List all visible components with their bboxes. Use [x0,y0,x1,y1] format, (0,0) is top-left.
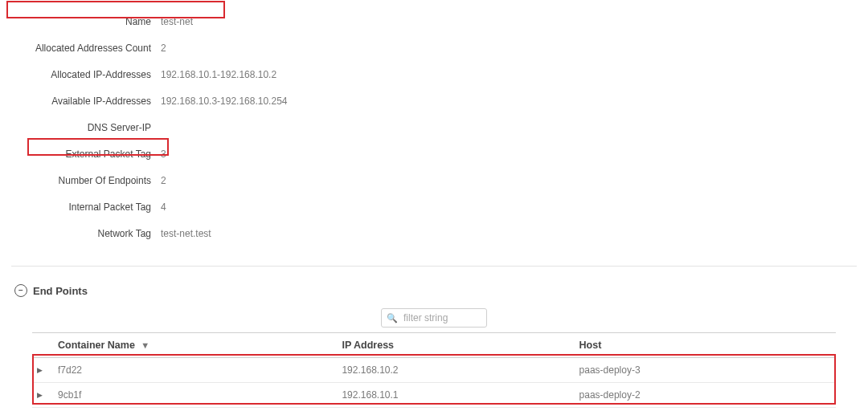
detail-row-external-packet-tag: External Packet Tag 3 [11,140,857,167]
detail-label: Available IP-Addresses [11,96,161,107]
filter-input[interactable] [402,311,476,324]
detail-value: test-net.test [161,228,211,239]
detail-row-dns-server-ip: DNS Server-IP [11,114,857,140]
collapse-icon[interactable]: − [14,284,27,297]
detail-row-name: Name test-net [11,8,857,35]
detail-label: Internal Packet Tag [11,201,161,213]
detail-label: Allocated IP-Addresses [11,69,161,80]
search-icon: 🔍 [387,313,398,324]
detail-row-allocated-count: Allocated Addresses Count 2 [11,35,857,61]
detail-value: test-net [161,16,193,27]
cell-ip-address: 192.168.10.2 [330,358,567,383]
detail-value: 3 [161,149,166,160]
table-row[interactable]: ▶ f7d22 192.168.10.2 paas-deploy-3 [32,358,836,383]
detail-value: 192.168.10.1-192.168.10.2 [161,69,276,80]
row-expand-icon[interactable]: ▶ [32,358,47,383]
detail-value: 192.168.10.3-192.168.10.254 [161,96,287,107]
section-header-endpoints[interactable]: − End Points [14,284,868,297]
cell-host: paas-deploy-3 [568,358,836,383]
table-header-row: Container Name ▼ IP Address Host [32,333,836,358]
filter-box[interactable]: 🔍 [381,308,487,328]
col-header-host[interactable]: Host [568,333,836,358]
divider [11,266,857,267]
table-row[interactable]: ▶ 9cb1f 192.168.10.1 paas-deploy-2 [32,383,836,408]
sort-descending-icon[interactable]: ▼ [141,340,149,350]
col-header-label: Container Name [58,340,135,351]
endpoints-table-wrap: Container Name ▼ IP Address Host ▶ f7d22… [32,332,836,408]
cell-host: paas-deploy-2 [568,383,836,408]
cell-container-name: f7d22 [47,358,330,383]
detail-row-internal-packet-tag: Internal Packet Tag 4 [11,193,857,220]
col-header-ip-address[interactable]: IP Address [330,333,567,358]
detail-label: DNS Server-IP [11,122,161,133]
section-title: End Points [33,285,88,297]
detail-value: 4 [161,201,166,213]
detail-row-allocated-ips: Allocated IP-Addresses 192.168.10.1-192.… [11,61,857,87]
detail-row-available-ips: Available IP-Addresses 192.168.10.3-192.… [11,87,857,114]
detail-label: Number Of Endpoints [11,175,161,186]
detail-row-endpoints-count: Number Of Endpoints 2 [11,167,857,193]
detail-label: External Packet Tag [11,149,161,160]
detail-label: Allocated Addresses Count [11,43,161,54]
detail-label: Name [11,16,161,27]
detail-value: 2 [161,43,166,54]
cell-container-name: 9cb1f [47,383,330,408]
row-expand-icon[interactable]: ▶ [32,383,47,408]
cell-ip-address: 192.168.10.1 [330,383,567,408]
endpoints-table: Container Name ▼ IP Address Host ▶ f7d22… [32,332,836,408]
detail-value: 2 [161,175,166,186]
col-header-container-name[interactable]: Container Name ▼ [47,333,330,358]
detail-row-network-tag: Network Tag test-net.test [11,220,857,246]
filter-wrap: 🔍 [0,308,868,328]
detail-label: Network Tag [11,228,161,239]
details-panel: Name test-net Allocated Addresses Count … [0,0,868,246]
